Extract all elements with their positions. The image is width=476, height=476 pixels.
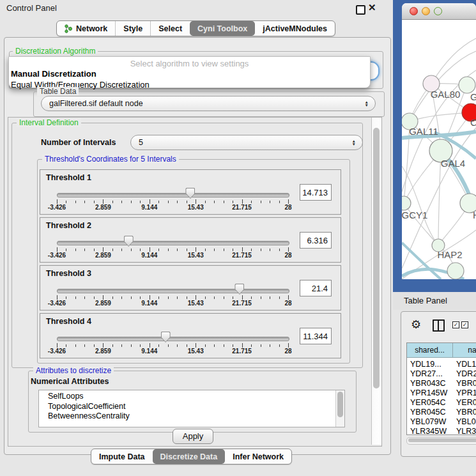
slider-track[interactable]: [57, 289, 289, 293]
numerical-attributes-list[interactable]: SelfLoopsTopologicalCoefficientBetweenne…: [38, 390, 345, 427]
table-row[interactable]: YER054CYER0: [407, 398, 476, 408]
tick-mark: [103, 343, 104, 348]
tick-mark: [288, 295, 289, 300]
tick-mark: [205, 344, 206, 347]
column-header-name[interactable]: na: [453, 343, 476, 358]
vertical-scrollbar[interactable]: [371, 118, 381, 445]
tab-discretize-data[interactable]: Discretize Data: [153, 449, 226, 464]
slider-track[interactable]: [57, 193, 289, 197]
tick-mark: [140, 344, 141, 347]
num-intervals-label: Number of Intervals: [41, 138, 116, 147]
network-canvas[interactable]: GAL80GAGAL11CGAL4GCY1HHAP2: [402, 19, 476, 279]
vertical-scrollbar-thumb[interactable]: [373, 128, 380, 388]
network-node[interactable]: [402, 196, 411, 210]
checkbox-checked-icon[interactable]: ✓: [461, 321, 468, 328]
tick-mark: [150, 247, 150, 252]
num-intervals-combo[interactable]: 5 ▲▼: [130, 135, 363, 150]
tick-mark: [57, 247, 58, 252]
algorithm-popup: Select algorithm to view settings Manual…: [8, 56, 371, 88]
tick-label: 9.144: [129, 252, 170, 259]
table-row[interactable]: YBL079WYBL0: [407, 417, 476, 427]
tab-cyni-toolbox[interactable]: Cyni Toolbox: [190, 21, 255, 36]
threshold-label: Threshold 4: [46, 317, 91, 326]
cell-name: YPR1: [456, 388, 476, 398]
tick-mark: [242, 199, 243, 204]
tab-label: jActiveMNodules: [263, 24, 327, 33]
tick-mark: [196, 199, 196, 204]
network-node-label: H: [473, 210, 476, 220]
table-row[interactable]: YBR043CYBR0: [407, 379, 476, 388]
attribute-list-item[interactable]: SelfLoops: [39, 392, 344, 402]
tick-mark: [150, 295, 150, 300]
tick-mark: [279, 296, 280, 299]
close-icon[interactable]: ✕: [368, 2, 376, 13]
tick-label: 15.43: [175, 348, 216, 355]
cell-name: YLR3: [456, 427, 476, 435]
tick-mark: [131, 249, 132, 251]
network-node[interactable]: [447, 263, 464, 279]
checkbox-checked-icon[interactable]: ✓: [452, 321, 459, 328]
tab-network[interactable]: Network: [57, 21, 115, 36]
table-horizontal-scrollbar-thumb[interactable]: [408, 438, 476, 442]
tick-mark: [121, 249, 122, 251]
tick-mark: [242, 295, 243, 300]
threshold-value-field[interactable]: 6.316: [300, 232, 332, 249]
tick-mark: [168, 344, 169, 347]
list-scrollbar[interactable]: [335, 390, 344, 427]
table-panel-strip: Table Panel: [393, 292, 476, 310]
slider-track[interactable]: [57, 337, 289, 341]
tab-label: Select: [158, 24, 182, 33]
tab-jactivemnodules[interactable]: jActiveMNodules: [255, 21, 335, 36]
column-header-shared[interactable]: shared...: [407, 343, 453, 358]
tick-mark: [224, 344, 224, 347]
table-row[interactable]: YPR145WYPR1: [407, 388, 476, 398]
network-icon: [65, 24, 73, 33]
tab-style[interactable]: Style: [115, 21, 150, 36]
network-node-label: HAP2: [437, 249, 462, 260]
tick-mark: [168, 296, 169, 299]
table-row[interactable]: YLR345WYLR3: [407, 427, 476, 435]
attribute-list-item[interactable]: BetweennessCentrality: [39, 411, 344, 422]
tab-select[interactable]: Select: [150, 21, 190, 36]
tick-mark: [261, 296, 261, 299]
attribute-list-item[interactable]: TopologicalCoefficient: [39, 402, 344, 412]
tick-mark: [251, 249, 252, 251]
table-data-combo[interactable]: galFiltered.sif default node ▲▼: [41, 96, 376, 111]
tab-infer-network[interactable]: Infer Network: [225, 449, 291, 464]
tick-mark: [233, 296, 233, 299]
table-data-combo-value: galFiltered.sif default node: [49, 99, 143, 108]
tick-mark: [187, 249, 187, 251]
tick-mark: [84, 201, 85, 203]
algorithm-option[interactable]: Manual Discretization: [9, 68, 370, 79]
tick-mark: [177, 201, 178, 203]
node-table[interactable]: shared... na YDL19...YDL1YDR27...YDR2YBR…: [406, 342, 476, 435]
zoom-traffic-light-icon[interactable]: [434, 7, 442, 15]
list-scrollbar-thumb[interactable]: [337, 392, 343, 417]
gear-icon[interactable]: ⚙: [411, 318, 421, 332]
minimize-traffic-light-icon[interactable]: [422, 7, 430, 15]
tick-mark: [131, 201, 132, 203]
column-view-icon[interactable]: [433, 319, 445, 332]
tick-mark: [214, 201, 215, 203]
cell-name: YBR0: [456, 379, 476, 388]
table-row[interactable]: YDL19...YDL1: [407, 360, 476, 369]
tab-label: Impute Data: [99, 452, 145, 461]
slider-track[interactable]: [57, 241, 289, 245]
close-traffic-light-icon[interactable]: [410, 7, 418, 15]
apply-button[interactable]: Apply: [173, 429, 213, 444]
float-window-icon[interactable]: [356, 5, 365, 15]
threshold-value-field[interactable]: 14.713: [300, 184, 332, 201]
cell-shared-name: YBL079W: [410, 417, 446, 427]
table-row[interactable]: YBR045CYBR0: [407, 408, 476, 417]
tick-mark: [75, 296, 76, 299]
tick-mark: [288, 199, 289, 204]
network-window-titlebar[interactable]: [402, 3, 476, 20]
tab-impute-data[interactable]: Impute Data: [91, 449, 153, 464]
tick-label: 28: [268, 204, 309, 211]
tick-mark: [84, 249, 85, 251]
threshold-value-field[interactable]: 11.344: [300, 328, 332, 344]
tick-mark: [158, 344, 159, 347]
table-row[interactable]: YDR27...YDR2: [407, 369, 476, 379]
table-horizontal-scrollbar[interactable]: [406, 437, 476, 445]
threshold-value-field[interactable]: 21.4: [300, 280, 332, 296]
